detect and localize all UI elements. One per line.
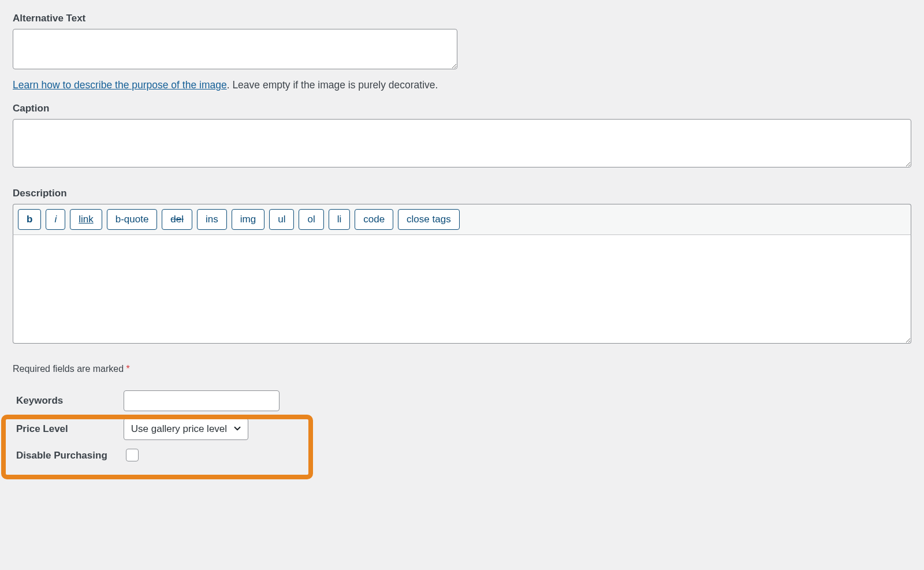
qt-li-button[interactable]: li (329, 209, 351, 230)
qt-bold-button[interactable]: b (18, 209, 41, 230)
keywords-label: Keywords (13, 387, 121, 415)
price-level-label: Price Level (13, 415, 121, 444)
alt-text-label: Alternative Text (13, 13, 911, 24)
price-level-select[interactable]: Use gallery price level (124, 418, 248, 440)
qt-bquote-button[interactable]: b-quote (107, 209, 158, 230)
qt-code-button[interactable]: code (355, 209, 393, 230)
quicktags-toolbar: b i link b-quote del ins img ul ol li co… (13, 204, 911, 235)
qt-link-button[interactable]: link (70, 209, 102, 230)
qt-ins-button[interactable]: ins (197, 209, 227, 230)
qt-italic-button[interactable]: i (46, 209, 65, 230)
qt-img-button[interactable]: img (232, 209, 264, 230)
alt-text-input[interactable] (13, 29, 457, 69)
required-asterisk: * (126, 364, 130, 374)
alt-text-help: Learn how to describe the purpose of the… (13, 79, 911, 91)
keywords-input[interactable] (124, 390, 280, 411)
alt-text-help-link[interactable]: Learn how to describe the purpose of the… (13, 79, 227, 91)
alt-text-help-suffix: . Leave empty if the image is purely dec… (227, 79, 438, 91)
disable-purchasing-row: Disable Purchasing (13, 444, 282, 468)
required-fields-note: Required fields are marked * (13, 364, 911, 374)
disable-purchasing-label: Disable Purchasing (13, 444, 121, 468)
disable-purchasing-checkbox[interactable] (126, 449, 139, 461)
keywords-row: Keywords (13, 387, 282, 415)
qt-del-button[interactable]: del (162, 209, 192, 230)
price-level-row: Price Level Use gallery price level (13, 415, 282, 444)
qt-closetags-button[interactable]: close tags (398, 209, 460, 230)
caption-label: Caption (13, 103, 911, 114)
qt-ol-button[interactable]: ol (299, 209, 323, 230)
caption-input[interactable] (13, 119, 911, 167)
description-label: Description (13, 188, 911, 199)
qt-ul-button[interactable]: ul (269, 209, 294, 230)
description-input[interactable] (13, 235, 911, 344)
